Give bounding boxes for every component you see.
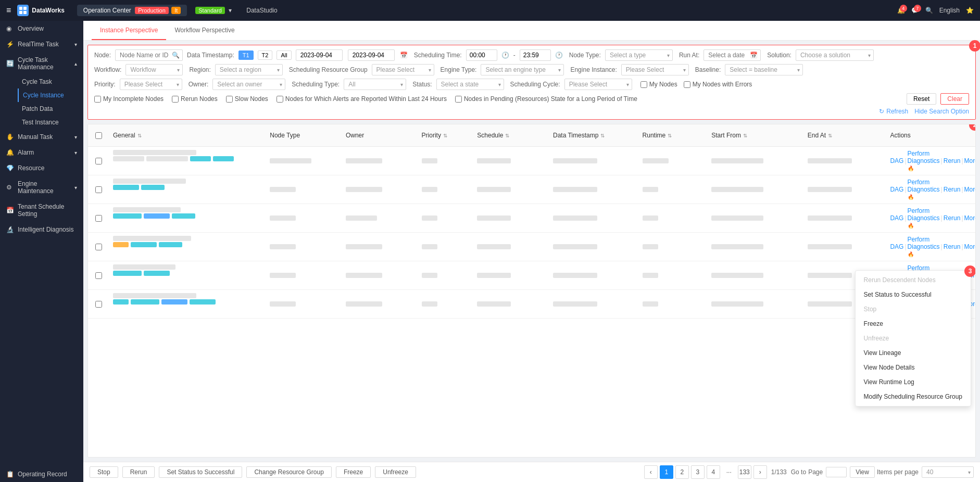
menu-icon[interactable]: ≡ bbox=[6, 6, 11, 15]
perform-diag-link-4[interactable]: Perform Diagnostics🔥 bbox=[908, 236, 940, 258]
node-type-select[interactable]: Select a type bbox=[605, 49, 673, 61]
date-from-input[interactable] bbox=[296, 49, 343, 61]
sidebar-item-cycletask[interactable]: Cycle Task bbox=[18, 75, 83, 88]
node-search-icon[interactable]: 🔍 bbox=[172, 52, 180, 59]
row-checkbox-6[interactable] bbox=[95, 301, 102, 308]
rerun-nodes-checkbox[interactable] bbox=[172, 96, 179, 103]
sidebar-item-tenantschedule[interactable]: 📅 Tenant Schedule Setting bbox=[0, 199, 83, 222]
sidebar-item-cycleinstance[interactable]: Cycle Instance bbox=[18, 88, 83, 102]
sidebar-item-enginemaint[interactable]: ⚙ Engine Maintenance ▾ bbox=[0, 176, 83, 199]
goto-input[interactable] bbox=[826, 467, 847, 477]
next-page-button[interactable]: › bbox=[753, 465, 767, 479]
pending-nodes-label[interactable]: Nodes in Pending (Resources) State for a… bbox=[455, 95, 637, 103]
datatimestamp-sort-icon[interactable]: ⇅ bbox=[600, 133, 605, 138]
ctx-set-status-successful[interactable]: Set Status to Successful bbox=[856, 287, 971, 302]
engine-instance-select[interactable]: Please Select bbox=[621, 64, 689, 75]
sidebar-item-testinstance[interactable]: Test Instance bbox=[18, 116, 83, 129]
alert-nodes-label[interactable]: Nodes for Which Alerts are Reported With… bbox=[277, 95, 447, 103]
pending-nodes-checkbox[interactable] bbox=[455, 96, 462, 103]
engine-type-select[interactable]: Select an engine type bbox=[481, 64, 564, 75]
row-checkbox-2[interactable] bbox=[95, 186, 102, 193]
runtime-sort-icon[interactable]: ⇅ bbox=[668, 133, 672, 138]
tab-instance-perspective[interactable]: Instance Perspective bbox=[92, 21, 166, 40]
page-1-button[interactable]: 1 bbox=[660, 465, 673, 479]
search-icon[interactable]: 🔍 bbox=[925, 7, 933, 14]
my-nodes-errors-checkbox[interactable] bbox=[684, 81, 690, 88]
perform-diag-link-2[interactable]: Perform Diagnostics🔥 bbox=[908, 179, 940, 200]
more-link-4[interactable]: More bbox=[964, 243, 975, 250]
message-icon[interactable]: 💬 7 bbox=[911, 7, 919, 14]
rerun-nodes-label[interactable]: Rerun Nodes bbox=[172, 95, 218, 103]
owner-select[interactable]: Select an owner bbox=[212, 79, 285, 90]
page-4-button[interactable]: 4 bbox=[707, 465, 720, 479]
rerun-button[interactable]: Rerun bbox=[122, 466, 155, 478]
schedule-sort-icon[interactable]: ⇅ bbox=[505, 133, 509, 138]
rerun-link-4[interactable]: Rerun bbox=[944, 243, 961, 250]
time-to-input[interactable] bbox=[520, 49, 551, 61]
status-select[interactable]: Select a state bbox=[436, 79, 504, 90]
run-at-calendar-icon[interactable]: 📅 bbox=[750, 52, 758, 59]
more-link-3[interactable]: More bbox=[964, 214, 975, 222]
row-checkbox-3[interactable] bbox=[95, 215, 102, 222]
slow-nodes-label[interactable]: Slow Nodes bbox=[226, 95, 268, 103]
sidebar-item-realtime[interactable]: ⚡ RealTime Task ▾ bbox=[0, 36, 83, 52]
nav-tab-standard[interactable]: Standard ▾ bbox=[189, 5, 238, 16]
all-button[interactable]: All bbox=[277, 50, 291, 60]
hide-search-link[interactable]: Hide Search Option bbox=[914, 108, 969, 115]
refresh-link[interactable]: ↻ Refresh bbox=[879, 108, 908, 115]
tab-workflow-perspective[interactable]: Workflow Perspective bbox=[166, 21, 243, 40]
sidebar-item-alarm[interactable]: 🔔 Alarm ▾ bbox=[0, 145, 83, 160]
row-checkbox-5[interactable] bbox=[95, 272, 102, 279]
dag-link-2[interactable]: DAG bbox=[890, 186, 903, 193]
notification-icon[interactable]: 🔔 4 bbox=[897, 7, 905, 14]
dag-link-1[interactable]: DAG bbox=[890, 157, 903, 164]
alert-nodes-checkbox[interactable] bbox=[277, 96, 283, 103]
t2-button[interactable]: T2 bbox=[258, 50, 273, 60]
more-link-2[interactable]: More bbox=[964, 186, 975, 193]
clear-button[interactable]: Clear bbox=[940, 93, 969, 105]
t1-button[interactable]: T1 bbox=[238, 50, 254, 60]
sidebar-item-operatingrecord[interactable]: 📋 Operating Record bbox=[0, 466, 83, 482]
workflow-select[interactable]: Workflow bbox=[125, 64, 183, 75]
priority-sort-icon[interactable]: ⇅ bbox=[443, 133, 447, 138]
freeze-button[interactable]: Freeze bbox=[336, 466, 371, 478]
time-from-input[interactable] bbox=[466, 49, 497, 61]
sidebar-item-overview[interactable]: ◉ Overview bbox=[0, 21, 83, 36]
sidebar-item-resource[interactable]: 💎 Resource bbox=[0, 160, 83, 176]
ctx-view-lineage[interactable]: View Lineage bbox=[856, 346, 971, 360]
my-nodes-errors-checkbox-label[interactable]: My Nodes with Errors bbox=[684, 81, 752, 88]
solution-select[interactable]: Choose a solution bbox=[796, 49, 874, 61]
reset-button[interactable]: Reset bbox=[907, 93, 936, 105]
set-status-button[interactable]: Set Status to Successful bbox=[159, 466, 242, 478]
my-nodes-checkbox-label[interactable]: My Nodes bbox=[640, 81, 677, 88]
slow-nodes-checkbox[interactable] bbox=[226, 96, 233, 103]
time-to-clock[interactable]: 🕐 bbox=[555, 52, 563, 59]
endat-sort-icon[interactable]: ⇅ bbox=[828, 133, 832, 138]
sidebar-item-intelligentdiag[interactable]: 🔬 Intelligent Diagnosis bbox=[0, 222, 83, 237]
perform-diag-link-3[interactable]: Perform Diagnostics🔥 bbox=[908, 207, 940, 229]
prev-page-button[interactable]: ‹ bbox=[644, 465, 658, 479]
ctx-freeze[interactable]: Freeze bbox=[856, 316, 971, 331]
page-2-button[interactable]: 2 bbox=[675, 465, 689, 479]
user-icon[interactable]: ⭐ bbox=[966, 7, 974, 14]
startfrom-sort-icon[interactable]: ⇅ bbox=[743, 133, 747, 138]
region-select[interactable]: Select a region bbox=[215, 64, 283, 75]
priority-select[interactable]: Please Select bbox=[120, 79, 182, 90]
date-calendar-icon[interactable]: 📅 bbox=[400, 52, 408, 59]
nav-tab-operation-center[interactable]: Operation Center Production It bbox=[77, 5, 187, 16]
date-to-input[interactable] bbox=[348, 49, 395, 61]
rerun-link-1[interactable]: Rerun bbox=[944, 157, 961, 164]
more-link-1[interactable]: More bbox=[964, 157, 975, 164]
sidebar-item-manualtask[interactable]: ✋ Manual Task ▾ bbox=[0, 129, 83, 145]
select-all-checkbox[interactable] bbox=[95, 132, 102, 139]
my-nodes-checkbox[interactable] bbox=[640, 81, 647, 88]
change-resource-button[interactable]: Change Resource Group bbox=[246, 466, 331, 478]
view-button[interactable]: View bbox=[850, 466, 875, 478]
sidebar-item-patchdata[interactable]: Patch Data bbox=[18, 102, 83, 116]
scheduling-cycle-select[interactable]: Please Select bbox=[564, 79, 632, 90]
rerun-link-3[interactable]: Rerun bbox=[944, 214, 961, 222]
general-sort-icon[interactable]: ⇅ bbox=[137, 133, 142, 138]
scheduling-type-select[interactable]: All bbox=[344, 79, 406, 90]
page-3-button[interactable]: 3 bbox=[691, 465, 705, 479]
ctx-modify-scheduling[interactable]: Modify Scheduling Resource Group bbox=[856, 389, 971, 404]
